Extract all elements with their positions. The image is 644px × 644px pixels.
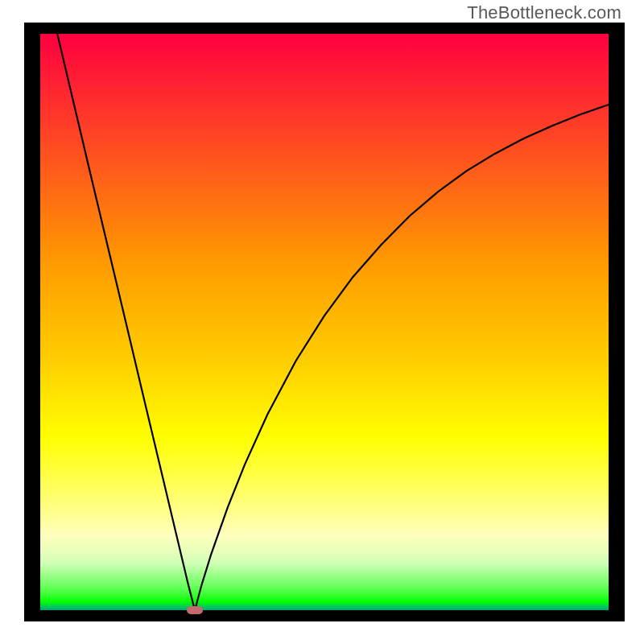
plot-frame xyxy=(24,23,625,621)
bottleneck-chart: TheBottleneck.com xyxy=(0,0,644,644)
bottleneck-curve-path xyxy=(57,34,609,610)
minimum-marker xyxy=(187,606,203,614)
bottleneck-curve xyxy=(40,34,609,610)
plot-gradient-background xyxy=(40,34,609,610)
watermark-text: TheBottleneck.com xyxy=(467,2,621,23)
